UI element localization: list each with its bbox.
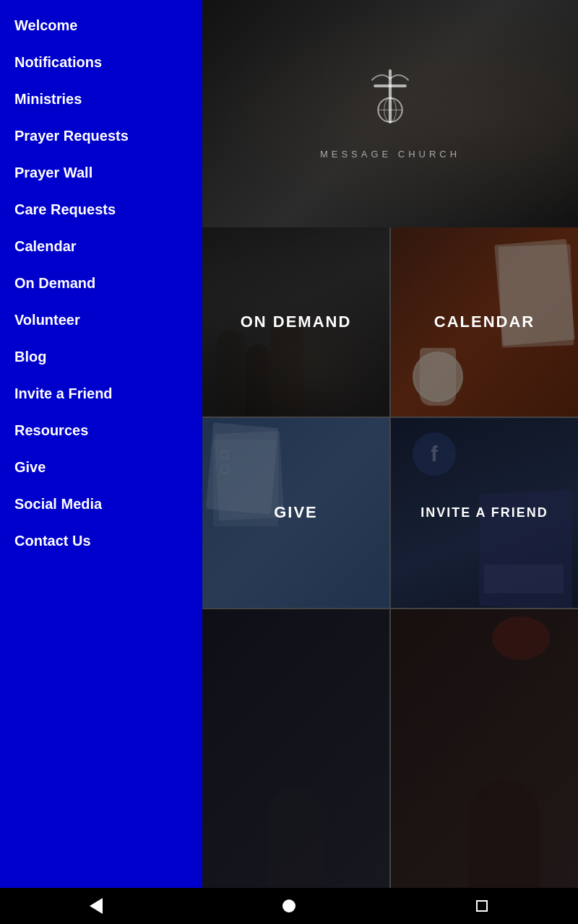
sidebar-item-give[interactable]: Give [0,449,202,486]
tiles-grid: ON DEMAND CALENDAR [202,227,578,888]
tile-give[interactable]: GIVE [202,418,389,607]
sidebar-item-resources[interactable]: Resources [0,412,202,449]
tile-bottom-right-overlay [391,609,578,888]
sidebar-item-welcome[interactable]: Welcome [0,7,202,44]
sidebar-item-social-media[interactable]: Social Media [0,486,202,523]
bottom-navigation-bar [0,888,578,924]
recent-button[interactable] [467,892,496,920]
sidebar-item-calendar[interactable]: Calendar [0,228,202,265]
tile-calendar-label: CALENDAR [434,313,535,331]
tile-on-demand[interactable]: ON DEMAND [202,227,389,417]
sidebar-item-invite-a-friend[interactable]: Invite a Friend [0,375,202,412]
sidebar-item-ministries[interactable]: Ministries [0,81,202,118]
content-area: MESSAGE CHURCH ON DEMAND [202,0,578,888]
church-name-text: MESSAGE CHURCH [320,149,460,160]
main-container: Welcome Notifications Ministries Prayer … [0,0,578,888]
tile-invite-label: INVITE A FRIEND [420,505,548,520]
tile-calendar[interactable]: CALENDAR [391,227,578,417]
sidebar-item-notifications[interactable]: Notifications [0,44,202,81]
recent-square-icon [476,900,488,912]
tile-give-label: GIVE [274,503,318,522]
tile-bottom-left[interactable] [202,609,389,888]
tile-bottom-right[interactable] [391,609,578,888]
cross-icon [361,68,419,140]
tile-on-demand-label: ON DEMAND [241,313,352,331]
tile-bottom-left-overlay [202,609,389,888]
sidebar-item-care-requests[interactable]: Care Requests [0,191,202,228]
sidebar: Welcome Notifications Ministries Prayer … [0,0,202,888]
sidebar-item-volunteer[interactable]: Volunteer [0,302,202,339]
sidebar-item-on-demand[interactable]: On Demand [0,265,202,302]
sidebar-item-prayer-wall[interactable]: Prayer Wall [0,154,202,191]
back-button[interactable] [82,892,111,920]
tile-invite-a-friend[interactable]: f INVITE A FRIEND [391,418,578,607]
sidebar-item-blog[interactable]: Blog [0,339,202,375]
home-button[interactable] [275,892,303,920]
back-triangle-icon [90,898,103,914]
home-circle-icon [282,899,296,912]
church-logo: MESSAGE CHURCH [320,68,460,160]
sidebar-item-prayer-requests[interactable]: Prayer Requests [0,118,202,154]
sidebar-item-contact-us[interactable]: Contact Us [0,523,202,559]
hero-banner: MESSAGE CHURCH [202,0,578,227]
